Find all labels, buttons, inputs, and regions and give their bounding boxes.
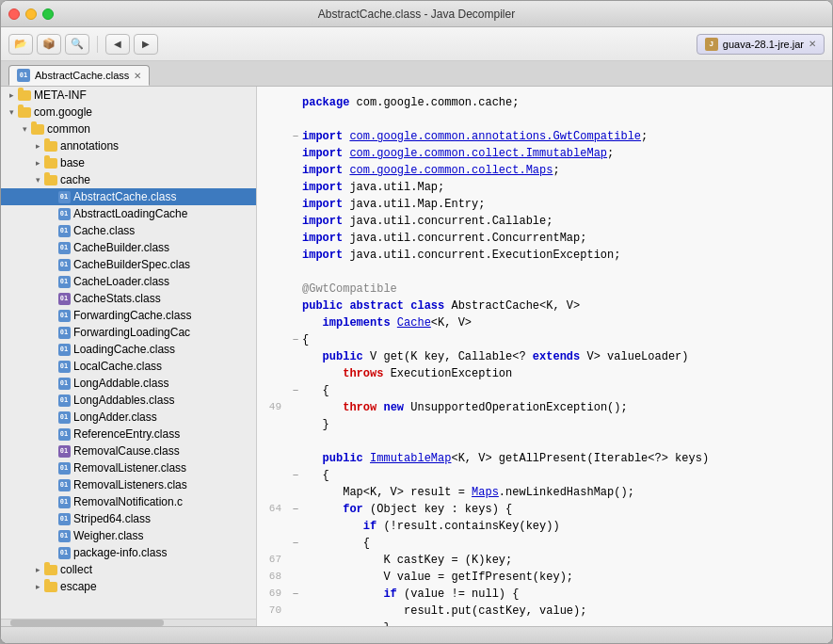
fold-class-body[interactable]: −	[289, 331, 302, 348]
annotations-arrow	[31, 139, 44, 153]
fold-for[interactable]: −	[289, 501, 302, 518]
sidebar-item-forwarding-cache[interactable]: 01 ForwardingCache.class	[1, 307, 256, 324]
sidebar-item-base[interactable]: base	[1, 154, 256, 171]
close-button[interactable]	[8, 8, 20, 20]
open-file-button[interactable]: 📂	[8, 34, 33, 55]
sidebar-item-collect[interactable]: collect	[1, 561, 256, 578]
code-line-49: 49 throw new UnsupportedOperationExcepti…	[257, 399, 832, 416]
jar-tab-close[interactable]: ✕	[809, 39, 816, 49]
reference-entry-leaf	[44, 427, 57, 441]
code-line-import2: import com.google.common.collect.Immutab…	[257, 145, 832, 162]
minimize-button[interactable]	[25, 8, 37, 20]
cache-loader-leaf	[44, 275, 57, 288]
abstract-cache-tab-label: AbstractCache.class	[35, 70, 129, 81]
sidebar-item-meta-inf[interactable]: META-INF	[1, 87, 256, 104]
sidebar-item-escape[interactable]: escape	[1, 578, 256, 595]
weigher-label: Weigher.class	[73, 529, 143, 542]
sidebar-item-long-addables[interactable]: 01 LongAddables.class	[1, 392, 256, 409]
cache-builder-leaf	[44, 241, 57, 254]
sidebar-item-forwarding-loading-cache[interactable]: 01 ForwardingLoadingCac	[1, 324, 256, 341]
code-line-get-close: }	[257, 416, 832, 433]
removal-listeners-label: RemovalListeners.clas	[73, 478, 187, 491]
code-line-get-open: − {	[257, 382, 832, 399]
collect-arrow	[31, 563, 44, 576]
fold-get-body[interactable]: −	[289, 382, 302, 399]
code-line-implements: implements Cache<K, V>	[257, 314, 832, 331]
sidebar-item-cache-class[interactable]: 01 Cache.class	[1, 222, 256, 239]
fold-if-value[interactable]: −	[289, 586, 302, 603]
cache-stats-icon: 01	[57, 292, 71, 305]
status-bar	[1, 626, 832, 643]
sidebar-item-removal-listeners[interactable]: 01 RemovalListeners.clas	[1, 476, 256, 493]
sidebar-item-long-adder[interactable]: 01 LongAdder.class	[1, 409, 256, 426]
search-icon: 🔍	[71, 38, 84, 50]
abstract-cache-tab-close[interactable]: ✕	[134, 71, 141, 81]
sidebar-item-annotations[interactable]: annotations	[1, 137, 256, 154]
sidebar-item-removal-cause[interactable]: 01 RemovalCause.class	[1, 443, 256, 459]
sidebar-item-removal-listener[interactable]: 01 RemovalListener.class	[1, 459, 256, 476]
sidebar-item-cache-loader[interactable]: 01 CacheLoader.class	[1, 273, 256, 290]
back-button[interactable]: ◀	[105, 34, 130, 55]
removal-cause-label: RemovalCause.class	[73, 444, 180, 458]
code-line-import4: import java.util.Map;	[257, 179, 832, 196]
sidebar-item-loading-cache[interactable]: 01 LoadingCache.class	[1, 341, 256, 358]
sidebar-item-com-google[interactable]: com.google	[1, 104, 256, 121]
sidebar-item-local-cache[interactable]: 01 LocalCache.class	[1, 358, 256, 375]
code-line-64: 64 − for (Object key : keys) {	[257, 501, 832, 518]
sidebar-item-abstract-cache[interactable]: 01 AbstractCache.class	[1, 188, 256, 205]
long-addables-leaf	[44, 394, 57, 407]
code-line-getallpresent-decl: public ImmutableMap<K, V> getAllPresent(…	[257, 450, 832, 467]
removal-cause-leaf	[44, 444, 57, 458]
cache-loader-icon: 01	[57, 275, 71, 288]
removal-listeners-icon: 01	[57, 478, 71, 491]
sidebar-item-cache-builder-spec[interactable]: 01 CacheBuilderSpec.clas	[1, 256, 256, 273]
package-info-icon: 01	[57, 546, 71, 559]
sidebar-item-removal-notification[interactable]: 01 RemovalNotification.c	[1, 493, 256, 510]
forwarding-loading-cache-icon: 01	[57, 326, 71, 339]
loading-cache-leaf	[44, 343, 57, 356]
long-addables-icon: 01	[57, 394, 71, 407]
long-adder-label: LongAdder.class	[73, 411, 157, 424]
forward-button[interactable]: ▶	[134, 34, 158, 55]
fold-getallpresent-body[interactable]: −	[289, 467, 302, 484]
sidebar-item-cache-builder[interactable]: 01 CacheBuilder.class	[1, 239, 256, 256]
code-line-blank2	[257, 264, 832, 281]
search-button[interactable]: 🔍	[65, 34, 89, 55]
sidebar-horizontal-scrollbar[interactable]	[1, 619, 256, 626]
code-line-blank3	[257, 433, 832, 450]
jar-tab[interactable]: J guava-28.1-jre.jar ✕	[697, 34, 825, 55]
collect-folder-icon	[44, 563, 57, 576]
code-line-result-decl: Map<K, V> result = Maps.newLinkedHashMap…	[257, 484, 832, 501]
sidebar-item-abstract-loading-cache[interactable]: 01 AbstractLoadingCache	[1, 205, 256, 222]
cache-builder-spec-leaf	[44, 258, 57, 271]
toolbar: 📂 📦 🔍 ◀ ▶ J guava-28.1-jre.jar ✕	[1, 27, 832, 61]
code-line-class-open: − {	[257, 331, 832, 348]
maximize-button[interactable]	[42, 8, 54, 20]
removal-cause-icon: 01	[57, 444, 71, 458]
abstract-cache-tab[interactable]: 01 AbstractCache.class ✕	[8, 65, 150, 86]
sidebar-item-striped64[interactable]: 01 Striped64.class	[1, 510, 256, 527]
sidebar-item-cache[interactable]: cache	[1, 171, 256, 188]
sidebar-item-common[interactable]: common	[1, 121, 256, 137]
code-line-import6: import java.util.concurrent.Callable;	[257, 213, 832, 230]
fold-if-body[interactable]: −	[289, 535, 302, 552]
escape-arrow	[31, 580, 44, 593]
code-line-import8: import java.util.concurrent.ExecutionExc…	[257, 247, 832, 264]
sidebar-item-long-addable[interactable]: 01 LongAddable.class	[1, 375, 256, 392]
sidebar-item-weigher[interactable]: 01 Weigher.class	[1, 527, 256, 544]
sidebar-item-reference-entry[interactable]: 01 ReferenceEntry.class	[1, 426, 256, 443]
code-line-import3: import com.google.common.collect.Maps;	[257, 162, 832, 179]
removal-listener-label: RemovalListener.class	[73, 461, 186, 475]
meta-inf-arrow	[5, 89, 18, 102]
cache-builder-label: CacheBuilder.class	[73, 241, 169, 254]
sidebar-item-package-info[interactable]: 01 package-info.class	[1, 544, 256, 561]
long-addable-leaf	[44, 377, 57, 390]
fold-import-group[interactable]: −	[289, 128, 302, 145]
sidebar-item-cache-stats[interactable]: 01 CacheStats.class	[1, 290, 256, 307]
abstract-loading-cache-label: AbstractLoadingCache	[73, 207, 187, 220]
cache-builder-spec-icon: 01	[57, 258, 71, 271]
open-jar-button[interactable]: 📦	[37, 34, 61, 55]
code-line-70: 70 result.put(castKey, value);	[257, 603, 832, 620]
code-line-class-decl: public abstract class AbstractCache<K, V…	[257, 298, 832, 314]
code-panel[interactable]: package com.google.common.cache; − impor…	[257, 87, 832, 626]
